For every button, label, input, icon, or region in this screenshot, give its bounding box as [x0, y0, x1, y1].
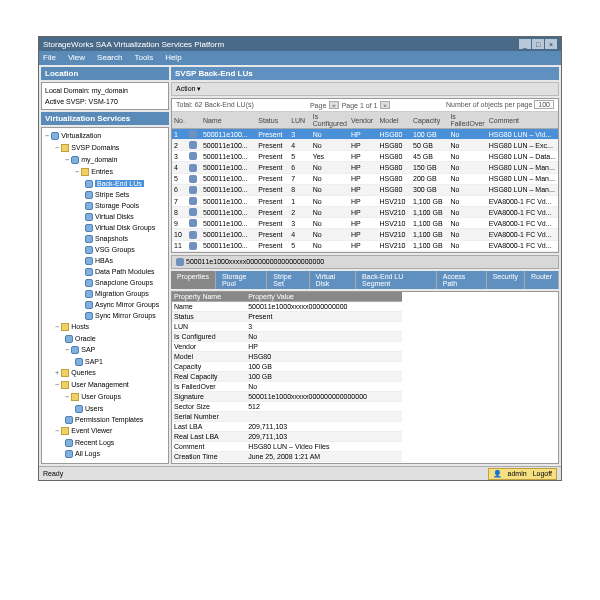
table-row[interactable]: 2500011e100...Present4NoHPHSG8050 GBNoHS… — [172, 140, 558, 151]
tree-item[interactable]: Recent Logs — [65, 437, 165, 448]
tree-item[interactable]: Permission Templates — [65, 414, 165, 425]
col-header[interactable]: LUN — [289, 112, 311, 129]
tree-item[interactable]: −Event Viewer — [55, 425, 165, 437]
properties-panel: Property NameProperty Value Name500011e1… — [171, 291, 559, 464]
tab-storage-pool[interactable]: Storage Pool — [216, 271, 267, 289]
property-row: Is ConfiguredNo — [172, 331, 402, 341]
col-header[interactable]: Vendor — [349, 112, 377, 129]
tree-panel: −Virtualization−SVSP Domains−my_domain−E… — [41, 127, 169, 464]
window-controls: _ □ × — [519, 39, 557, 49]
pager: Page « Page 1 of 1 » — [310, 101, 390, 109]
tab-virtual-disk[interactable]: Virtual Disk — [310, 271, 357, 289]
tree-item[interactable]: Users — [75, 403, 165, 414]
tree-item[interactable]: Back-End LUs — [85, 178, 165, 189]
property-row: Serial Number — [172, 411, 402, 421]
services-header: Virtualization Services — [41, 112, 169, 125]
tree-item[interactable]: −Hosts — [55, 321, 165, 333]
property-row: StatusPresent — [172, 311, 402, 321]
col-header[interactable]: No. — [172, 112, 187, 129]
lu-icon — [189, 197, 197, 205]
tree-item[interactable]: Virtual Disks — [85, 211, 165, 222]
lu-icon — [189, 130, 197, 138]
tree-item[interactable]: Sync Mirror Groups — [85, 310, 165, 321]
table-row[interactable]: 11500011e100...Present5NoHPHSV2101,100 G… — [172, 240, 558, 251]
minimize-button[interactable]: _ — [519, 39, 531, 49]
detail-object: 500011e1000xxxxx00000000000000000000 — [171, 255, 559, 269]
tree-item[interactable]: Async Mirror Groups — [85, 299, 165, 310]
property-row: CommentHSG80 LUN – Video Files — [172, 441, 402, 451]
col-header[interactable]: Name — [201, 112, 256, 129]
page-first[interactable]: « — [329, 101, 338, 109]
property-row: Capacity100 GB — [172, 361, 402, 371]
col-header[interactable]: Capacity — [411, 112, 448, 129]
tab-security[interactable]: Security — [487, 271, 525, 289]
logoff-button[interactable]: Logoff — [533, 470, 552, 478]
user-icon: 👤 — [493, 470, 502, 478]
tab-stripe-set[interactable]: Stripe Set — [267, 271, 309, 289]
table-row[interactable]: 6500011e100...Present8NoHPHSG80300 GBNoH… — [172, 184, 558, 195]
action-dropdown[interactable]: Action ▾ — [176, 85, 201, 92]
tab-back-end-lu-segment[interactable]: Back-End LU Segment — [356, 271, 437, 289]
menu-view[interactable]: View — [68, 53, 85, 63]
tree-item[interactable]: Migration Groups — [85, 288, 165, 299]
tree-item[interactable]: All Logs — [65, 448, 165, 459]
lu-icon — [189, 186, 197, 194]
page-last[interactable]: » — [380, 101, 389, 109]
col-header[interactable]: Status — [256, 112, 289, 129]
col-header[interactable]: Model — [377, 112, 411, 129]
per-page-value[interactable]: 100 — [534, 100, 554, 109]
table-row[interactable]: 1500011e100...Present3NoHPHSG80100 GBNoH… — [172, 129, 558, 140]
table-row[interactable]: 4500011e100...Present6NoHPHSG80150 GBNoH… — [172, 162, 558, 173]
tab-router[interactable]: Router — [525, 271, 559, 289]
status-bar: Ready 👤 admin Logoff — [39, 466, 561, 480]
table-row[interactable]: 7500011e100...Present1NoHPHSV2101,100 GB… — [172, 195, 558, 206]
tree-item[interactable]: −User Groups — [65, 391, 165, 403]
content-header: SVSP Back-End LUs — [171, 67, 559, 80]
tree-item[interactable]: Snapclone Groups — [85, 277, 165, 288]
menu-file[interactable]: File — [43, 53, 56, 63]
tree-item[interactable]: −SVSP Domains — [55, 142, 165, 154]
menu-search[interactable]: Search — [97, 53, 122, 63]
lu-icon — [189, 175, 197, 183]
col-header[interactable]: Comment — [487, 112, 558, 129]
tree-item[interactable]: +Queries — [55, 367, 165, 379]
lu-icon — [189, 141, 197, 149]
close-button[interactable]: × — [545, 39, 557, 49]
tree-item[interactable]: Oracle — [65, 333, 165, 344]
tree-item[interactable]: Storage Pools — [85, 200, 165, 211]
col-header[interactable]: Is Configured — [311, 112, 349, 129]
table-row[interactable]: 3500011e100...Present5YesHPHSG8045 GBNoH… — [172, 151, 558, 162]
table-container: Total: 62 Back-End LU(s) Page « Page 1 o… — [171, 98, 559, 253]
tree-item[interactable]: SAP1 — [75, 356, 165, 367]
property-row: Modification TimeJune 30, 2008 1:45 AM — [172, 461, 402, 464]
title-bar: StorageWorks SAA Virtualization Services… — [39, 37, 561, 51]
tree-item[interactable]: Virtual Disk Groups — [85, 222, 165, 233]
col-header[interactable]: Is FailedOver — [448, 112, 486, 129]
menu-help[interactable]: Help — [165, 53, 181, 63]
tab-access-path[interactable]: Access Path — [437, 271, 487, 289]
tree-item[interactable]: Stripe Sets — [85, 189, 165, 200]
property-row: Is FailedOverNo — [172, 381, 402, 391]
tree-item[interactable]: Data Path Modules — [85, 266, 165, 277]
location-header: Location — [41, 67, 169, 80]
tree-item[interactable]: −Virtualization — [45, 130, 165, 142]
tree-item[interactable]: Snapshots — [85, 233, 165, 244]
table-row[interactable]: 9500011e100...Present3NoHPHSV2101,100 GB… — [172, 218, 558, 229]
total-count: Total: 62 Back-End LU(s) — [176, 101, 254, 109]
tree-item[interactable]: HBAs — [85, 255, 165, 266]
table-row[interactable]: 8500011e100...Present2NoHPHSV2101,100 GB… — [172, 207, 558, 218]
tree-item[interactable]: −User Management — [55, 379, 165, 391]
table-row[interactable]: 10500011e100...Present4NoHPHSV2101,100 G… — [172, 229, 558, 240]
tree-item[interactable]: VSG Groups — [85, 244, 165, 255]
table-row[interactable]: 5500011e100...Present7NoHPHSG80200 GBNoH… — [172, 173, 558, 184]
maximize-button[interactable]: □ — [532, 39, 544, 49]
tree-item[interactable]: −my_domain — [65, 154, 165, 166]
user-name: admin — [508, 470, 527, 478]
tree-item[interactable]: −Entries — [75, 166, 165, 178]
tab-properties[interactable]: Properties — [171, 271, 216, 289]
col-header[interactable] — [187, 112, 201, 129]
tree-item[interactable]: −SAP — [65, 344, 165, 356]
lu-icon — [189, 242, 197, 250]
menu-tools[interactable]: Tools — [134, 53, 153, 63]
detail-tabs: PropertiesStorage PoolStripe SetVirtual … — [171, 271, 559, 289]
